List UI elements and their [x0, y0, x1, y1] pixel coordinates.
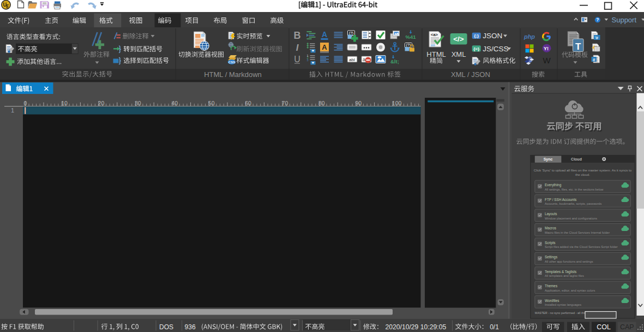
svg-text:0/1: 0/1 — [490, 323, 499, 331]
svg-text:JS/CSS: JS/CSS — [483, 45, 508, 53]
svg-text:the cloud.: the cloud. — [575, 173, 590, 176]
svg-text:HTML: HTML — [426, 50, 446, 58]
svg-text:20: 20 — [98, 100, 105, 106]
svg-text:30: 30 — [135, 100, 141, 106]
svg-text:XML / JSON: XML / JSON — [451, 70, 490, 79]
svg-text:CAP: CAP — [620, 323, 634, 331]
svg-text:A: A — [322, 30, 327, 39]
svg-text:T: T — [575, 42, 581, 52]
svg-text:40: 40 — [171, 100, 178, 106]
svg-text:Layouts: Layouts — [545, 212, 557, 216]
svg-text:Templates & Taglists: Templates & Taglists — [545, 270, 576, 274]
svg-text:70: 70 — [282, 100, 288, 106]
svg-text:Support: Support — [612, 16, 637, 24]
svg-text:{=}: {=} — [473, 46, 479, 51]
svg-text:All other app functions and se: All other app functions and settings — [545, 260, 593, 263]
svg-text:Macros: Macros — [545, 226, 556, 230]
svg-text:Themes: Themes — [545, 284, 557, 288]
svg-text:Window placement and configura: Window placement and configurations — [545, 217, 597, 220]
svg-text:Wordfiles: Wordfiles — [545, 299, 559, 303]
svg-text:JSON: JSON — [483, 32, 502, 40]
svg-text:</>: </> — [453, 35, 464, 43]
svg-text:Accounts, bookmarks, scripts,: Accounts, bookmarks, scripts, passwords — [545, 202, 601, 205]
svg-text:0: 0 — [23, 100, 27, 106]
svg-text:&lt;: &lt; — [390, 58, 399, 64]
svg-text:50: 50 — [208, 100, 215, 106]
svg-text:Settings: Settings — [545, 255, 557, 259]
svg-text:{;}: {;} — [474, 33, 479, 38]
svg-text:Application, editor, and synta: Application, editor, and syntax colors — [545, 289, 595, 292]
svg-text:Sync: Sync — [544, 157, 553, 162]
svg-text:All templates and taglist file: All templates and taglist files — [545, 274, 584, 277]
svg-text:CSS: CSS — [228, 61, 235, 64]
svg-text:100: 100 — [392, 100, 402, 106]
svg-text:Cloud: Cloud — [571, 157, 582, 161]
svg-text:Installed syntax languages: Installed syntax languages — [545, 303, 581, 306]
svg-text:936: 936 — [185, 323, 196, 331]
svg-text:#: # — [593, 57, 595, 62]
svg-text:php: php — [523, 33, 535, 40]
svg-text:Macro files in the Cloud Servi: Macro files in the Cloud Services Intern… — [545, 231, 610, 234]
svg-text:A: A — [322, 43, 327, 51]
svg-text:60: 60 — [245, 100, 251, 106]
svg-text:90: 90 — [355, 100, 362, 106]
svg-text:COL: COL — [597, 323, 611, 331]
svg-text:?: ? — [596, 17, 599, 22]
svg-text:<a>: <a> — [431, 32, 438, 37]
svg-text:MASTER - no sync performed - a: MASTER - no sync performed - all things — [535, 311, 589, 315]
svg-text:DOS: DOS — [159, 323, 173, 331]
svg-text:10: 10 — [61, 100, 68, 106]
svg-text:1: 1 — [11, 107, 14, 114]
svg-text:Everything: Everything — [545, 183, 562, 187]
svg-text:FTP / SSH Accounts: FTP / SSH Accounts — [545, 198, 576, 201]
svg-text:80: 80 — [318, 100, 325, 106]
svg-text:U: U — [294, 55, 300, 64]
svg-text:All settings, files, etc. in t: All settings, files, etc. in the section… — [545, 188, 604, 191]
svg-text:abl: abl — [349, 57, 355, 62]
svg-text:HTML / Markdown: HTML / Markdown — [204, 70, 262, 79]
svg-text:Y!: Y! — [544, 46, 549, 51]
svg-text:Script files added via the Clo: Script files added via the Cloud Service… — [545, 245, 618, 248]
svg-text:W: W — [543, 56, 551, 65]
svg-text:3: 3 — [307, 58, 309, 62]
svg-text:XML: XML — [452, 50, 466, 58]
svg-text:Scripts: Scripts — [545, 241, 556, 245]
svg-text:B: B — [294, 30, 301, 41]
svg-text:a: a — [363, 57, 365, 62]
svg-text:2020/10/29 10:29:05: 2020/10/29 10:29:05 — [385, 323, 446, 331]
svg-text:Click 'Sync' to upload all fil: Click 'Sync' to upload all files on the … — [534, 168, 632, 172]
svg-text:(?): (?) — [349, 31, 353, 35]
svg-text:%41: %41 — [406, 34, 417, 40]
